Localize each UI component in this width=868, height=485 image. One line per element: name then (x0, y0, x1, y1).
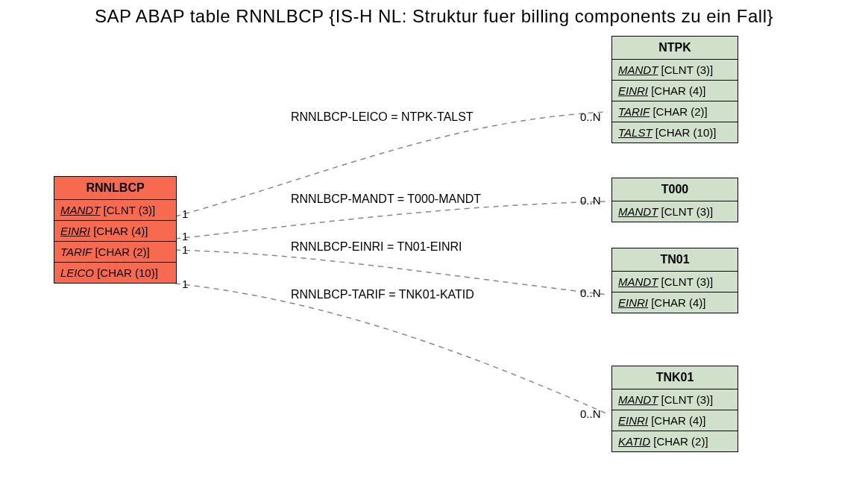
table-row: MANDT [CLNT (3)] (612, 272, 738, 292)
relation-label: RNNLBCP-TARIF = TNK01-KATID (291, 288, 474, 301)
table-row: EINRI [CHAR (4)] (612, 81, 738, 101)
table-row: TALST [CHAR (10)] (612, 122, 738, 143)
cardinality: 1 (182, 243, 188, 256)
cardinality: 0..N (580, 110, 601, 123)
table-row: LEICO [CHAR (10)] (54, 263, 176, 283)
entity-t000-header: T000 (612, 178, 738, 201)
table-row: MANDT [CLNT (3)] (612, 389, 738, 410)
cardinality: 1 (182, 207, 188, 220)
relation-label: RNNLBCP-MANDT = T000-MANDT (291, 193, 481, 206)
entity-tnk01-header: TNK01 (612, 366, 738, 389)
entity-tnk01: TNK01 MANDT [CLNT (3)] EINRI [CHAR (4)] … (611, 366, 738, 452)
table-row: MANDT [CLNT (3)] (612, 201, 738, 222)
cardinality: 0..N (580, 407, 601, 420)
cardinality: 1 (182, 278, 188, 290)
entity-tn01-header: TN01 (612, 248, 738, 272)
table-row: EINRI [CHAR (4)] (612, 410, 738, 431)
cardinality: 1 (182, 230, 188, 242)
entity-rnnlbcp-header: RNNLBCP (54, 177, 176, 200)
table-row: KATID [CHAR (2)] (612, 431, 738, 451)
table-row: EINRI [CHAR (4)] (612, 292, 738, 313)
entity-rnnlbcp: RNNLBCP MANDT [CLNT (3)] EINRI [CHAR (4)… (54, 176, 177, 284)
relation-label: RNNLBCP-EINRI = TN01-EINRI (291, 240, 462, 254)
page-title: SAP ABAP table RNNLBCP {IS-H NL: Struktu… (0, 6, 868, 27)
table-row: TARIF [CHAR (2)] (612, 101, 738, 122)
table-row: MANDT [CLNT (3)] (612, 60, 738, 81)
relation-label: RNNLBCP-LEICO = NTPK-TALST (291, 110, 474, 124)
entity-t000: T000 MANDT [CLNT (3)] (611, 178, 738, 222)
entity-ntpk-header: NTPK (612, 37, 738, 60)
table-row: MANDT [CLNT (3)] (54, 200, 176, 221)
entity-tn01: TN01 MANDT [CLNT (3)] EINRI [CHAR (4)] (611, 248, 738, 313)
entity-ntpk: NTPK MANDT [CLNT (3)] EINRI [CHAR (4)] T… (611, 36, 738, 143)
cardinality: 0..N (580, 287, 601, 299)
table-row: EINRI [CHAR (4)] (54, 221, 176, 242)
table-row: TARIF [CHAR (2)] (54, 242, 176, 263)
cardinality: 0..N (580, 194, 601, 207)
